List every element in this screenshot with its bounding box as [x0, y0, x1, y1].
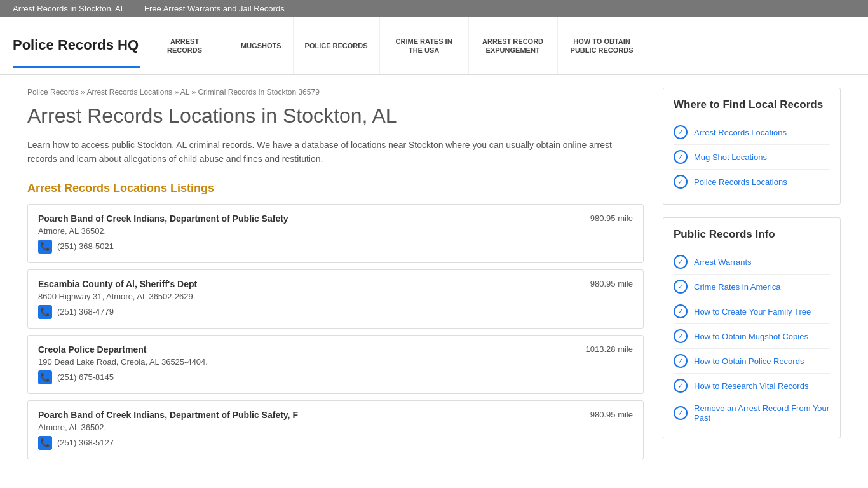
check-icon-public-2: ✓	[674, 304, 688, 318]
local-record-label-0: Arrest Records Locations	[694, 128, 787, 137]
check-icon-public-5: ✓	[674, 379, 688, 393]
main-nav: ARREST RECORDSMUGSHOTSPOLICE RECORDSCRIM…	[140, 17, 855, 74]
nav-item-arrest-record-expungement[interactable]: ARREST RECORD EXPUNGEMENT	[468, 17, 557, 74]
page-title: Arrest Records Locations in Stockton, AL	[27, 104, 644, 128]
public-record-link-4[interactable]: ✓How to Obtain Police Records	[674, 349, 830, 374]
breadcrumb-separator: »	[172, 88, 180, 97]
public-record-link-2[interactable]: ✓How to Create Your Family Tree	[674, 299, 830, 324]
listing-phone-2: 📞 (251) 675-8145	[38, 370, 633, 384]
public-record-label-4: How to Obtain Police Records	[694, 356, 804, 366]
listing-name-0: Poarch Band of Creek Indians, Department…	[38, 214, 288, 224]
listing-card-2: Creola Police Department 1013.28 mile 19…	[27, 335, 644, 394]
phone-icon-3: 📞	[38, 436, 52, 450]
public-record-link-0[interactable]: ✓Arrest Warrants	[674, 250, 830, 274]
local-records-title: Where to Find Local Records	[674, 98, 830, 111]
phone-icon-2: 📞	[38, 370, 52, 384]
public-record-label-5: How to Research Vital Records	[694, 381, 808, 391]
listing-phone-number-1[interactable]: (251) 368-4779	[57, 307, 114, 316]
nav-item-police-records[interactable]: POLICE RECORDS	[293, 17, 379, 74]
content-area: Police Records » Arrest Records Location…	[27, 88, 644, 466]
local-record-link-1[interactable]: ✓Mug Shot Locations	[674, 145, 830, 170]
section-heading: Arrest Records Locations Listings	[27, 182, 644, 195]
nav-item-crime-rates-in-the-usa[interactable]: CRIME RATES IN THE USA	[379, 17, 468, 74]
listing-distance-3: 980.95 mile	[590, 410, 633, 419]
local-records-section: Where to Find Local Records ✓Arrest Reco…	[663, 88, 841, 205]
listing-distance-0: 980.95 mile	[590, 214, 633, 223]
local-records-links: ✓Arrest Records Locations✓Mug Shot Locat…	[674, 120, 830, 194]
listing-name-2: Creola Police Department	[38, 344, 146, 355]
top-bar: Arrest Records in Stockton, AL Free Arre…	[0, 0, 868, 17]
public-record-label-2: How to Create Your Family Tree	[694, 307, 811, 316]
nav-item-mugshots[interactable]: MUGSHOTS	[229, 17, 293, 74]
phone-icon-1: 📞	[38, 305, 52, 319]
listing-header-1: Escambia County of Al, Sheriff's Dept 98…	[38, 279, 633, 289]
listing-address-1: 8600 Highway 31, Atmore, AL 36502-2629.	[38, 292, 633, 301]
check-icon-local-2: ✓	[674, 175, 688, 189]
public-record-link-5[interactable]: ✓How to Research Vital Records	[674, 374, 830, 398]
public-record-label-1: Crime Rates in America	[694, 282, 781, 292]
listing-header-3: Poarch Band of Creek Indians, Department…	[38, 410, 633, 420]
listing-header-0: Poarch Band of Creek Indians, Department…	[38, 214, 633, 224]
public-record-link-3[interactable]: ✓How to Obtain Mugshot Copies	[674, 324, 830, 349]
check-icon-local-0: ✓	[674, 125, 688, 139]
check-icon-public-6: ✓	[674, 406, 688, 420]
local-record-label-1: Mug Shot Locations	[694, 152, 767, 162]
listing-phone-number-3[interactable]: (251) 368-5127	[57, 438, 114, 447]
check-icon-public-4: ✓	[674, 354, 688, 368]
breadcrumb-separator: »	[189, 88, 198, 97]
listing-distance-1: 980.95 mile	[590, 279, 633, 288]
check-icon-local-1: ✓	[674, 150, 688, 164]
listing-name-1: Escambia County of Al, Sheriff's Dept	[38, 279, 197, 289]
listing-phone-number-2[interactable]: (251) 675-8145	[57, 372, 114, 382]
listing-card-0: Poarch Band of Creek Indians, Department…	[27, 204, 644, 263]
listing-header-2: Creola Police Department 1013.28 mile	[38, 344, 633, 355]
breadcrumb-item-0[interactable]: Police Records	[27, 88, 79, 97]
topbar-link-1[interactable]: Arrest Records in Stockton, AL	[13, 4, 125, 13]
listing-distance-2: 1013.28 mile	[586, 344, 633, 354]
public-record-label-0: Arrest Warrants	[694, 257, 752, 267]
breadcrumb: Police Records » Arrest Records Location…	[27, 88, 644, 97]
public-records-title: Public Records Info	[674, 228, 830, 241]
listings-container: Poarch Band of Creek Indians, Department…	[27, 204, 644, 459]
nav-item-arrest-records[interactable]: ARREST RECORDS	[140, 17, 229, 74]
sidebar: Where to Find Local Records ✓Arrest Reco…	[663, 88, 841, 466]
public-record-label-3: How to Obtain Mugshot Copies	[694, 332, 808, 341]
breadcrumb-item-3[interactable]: Criminal Records in Stockton 36579	[198, 88, 319, 97]
description: Learn how to access public Stockton, AL …	[27, 138, 644, 166]
listing-name-3: Poarch Band of Creek Indians, Department…	[38, 410, 298, 420]
local-record-link-2[interactable]: ✓Police Records Locations	[674, 170, 830, 194]
phone-icon-0: 📞	[38, 240, 52, 254]
local-record-link-0[interactable]: ✓Arrest Records Locations	[674, 120, 830, 145]
listing-phone-0: 📞 (251) 368-5021	[38, 240, 633, 254]
listing-phone-3: 📞 (251) 368-5127	[38, 436, 633, 450]
listing-address-0: Atmore, AL 36502.	[38, 226, 633, 236]
nav-item-how-to-obtain-public-records[interactable]: HOW TO OBTAIN PUBLIC RECORDS	[557, 17, 646, 74]
public-record-link-6[interactable]: ✓Remove an Arrest Record From Your Past	[674, 398, 830, 428]
breadcrumb-item-2[interactable]: AL	[180, 88, 189, 97]
header: Police Records HQ ARREST RECORDSMUGSHOTS…	[0, 17, 868, 75]
local-record-label-2: Police Records Locations	[694, 177, 787, 187]
public-record-link-1[interactable]: ✓Crime Rates in America	[674, 274, 830, 299]
check-icon-public-3: ✓	[674, 329, 688, 343]
check-icon-public-1: ✓	[674, 280, 688, 294]
listing-card-3: Poarch Band of Creek Indians, Department…	[27, 400, 644, 459]
public-record-label-6: Remove an Arrest Record From Your Past	[694, 403, 830, 423]
breadcrumb-separator: »	[79, 88, 87, 97]
logo[interactable]: Police Records HQ	[13, 24, 140, 68]
main-container: Police Records » Arrest Records Location…	[15, 75, 853, 488]
topbar-link-2[interactable]: Free Arrest Warrants and Jail Records	[144, 4, 285, 13]
breadcrumb-item-1[interactable]: Arrest Records Locations	[86, 88, 172, 97]
public-records-section: Public Records Info ✓Arrest Warrants✓Cri…	[663, 217, 841, 438]
check-icon-public-0: ✓	[674, 255, 688, 269]
listing-address-3: Atmore, AL 36502.	[38, 423, 633, 432]
listing-phone-number-0[interactable]: (251) 368-5021	[57, 241, 114, 251]
listing-card-1: Escambia County of Al, Sheriff's Dept 98…	[27, 269, 644, 329]
listing-phone-1: 📞 (251) 368-4779	[38, 305, 633, 319]
public-records-links: ✓Arrest Warrants✓Crime Rates in America✓…	[674, 250, 830, 428]
listing-address-2: 190 Dead Lake Road, Creola, AL 36525-440…	[38, 357, 633, 367]
